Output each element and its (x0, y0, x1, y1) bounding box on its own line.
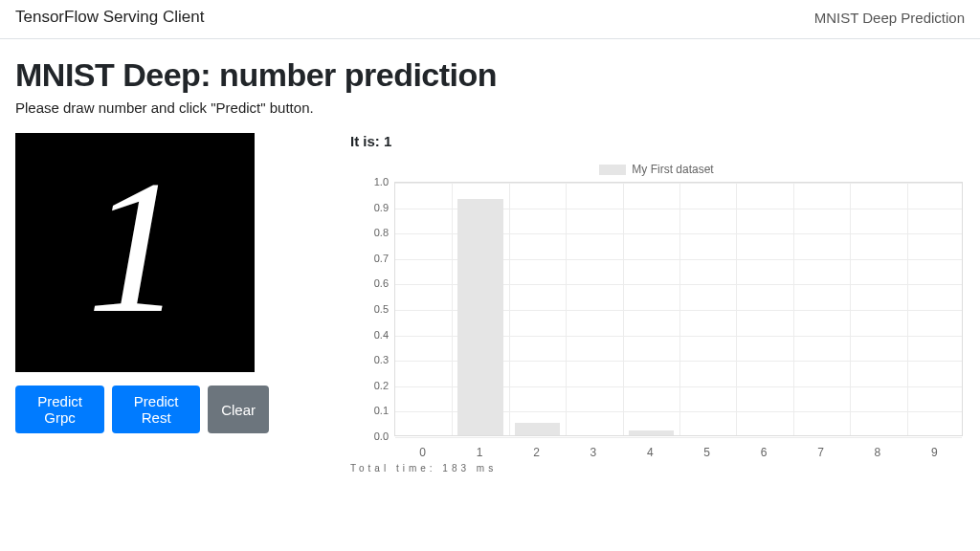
chart-gridline-v (736, 183, 737, 435)
drawn-digit-glyph: 1 (87, 151, 183, 342)
chart-gridline-v (452, 183, 453, 435)
chart-gridline-v (793, 183, 794, 435)
predict-grpc-button[interactable]: Predict Grpc (15, 386, 104, 433)
chart-ytick: 0.3 (350, 354, 389, 365)
chart-xtick: 0 (413, 446, 433, 459)
chart-gridline-h (395, 437, 962, 438)
chart-xtick: 7 (812, 446, 831, 459)
chart-gridline-v (679, 183, 680, 435)
chart-ytick: 0.4 (350, 329, 389, 341)
chart-xtick: 5 (698, 446, 717, 459)
chart-legend: My First dataset (350, 163, 963, 176)
chart-xtick: 1 (470, 446, 489, 459)
chart-ytick: 0.1 (350, 405, 389, 416)
result-prefix: It is: (350, 133, 384, 149)
navbar-brand[interactable]: TensorFlow Serving Client (15, 8, 204, 27)
chart-ytick: 0.6 (350, 277, 389, 289)
content-row: 1 Predict Grpc Predict Rest Clear It is:… (15, 133, 965, 474)
navbar: TensorFlow Serving Client MNIST Deep Pre… (0, 0, 980, 39)
chart-bar (457, 199, 503, 435)
result-label: It is: 1 (350, 133, 965, 149)
clear-button[interactable]: Clear (208, 386, 269, 433)
result-value: 1 (384, 133, 391, 149)
chart-gridline-v (907, 183, 908, 435)
page-title: MNIST Deep: number prediction (15, 56, 965, 94)
chart-ytick: 0.7 (350, 253, 389, 264)
chart-gridline-h (395, 183, 962, 184)
chart-gridline-v (623, 183, 624, 435)
button-row: Predict Grpc Predict Rest Clear (15, 386, 269, 433)
chart-grid (394, 182, 963, 436)
page-subtitle: Please draw number and click "Predict" b… (15, 99, 965, 116)
chart-gridline-v (566, 183, 567, 435)
chart-xtick: 9 (924, 446, 944, 459)
result-column: It is: 1 My First dataset 0.00.10.20.30.… (350, 133, 965, 474)
chart-bar (629, 430, 675, 435)
timing-text: Total time: 183 ms (350, 463, 963, 474)
legend-swatch-icon (599, 165, 626, 175)
chart-xtick: 8 (868, 446, 887, 459)
chart-ytick: 0.9 (350, 202, 389, 213)
predict-rest-button[interactable]: Predict Rest (112, 386, 200, 433)
legend-label: My First dataset (632, 163, 713, 176)
chart-bar (515, 423, 561, 435)
chart-ytick: 0.0 (350, 430, 389, 442)
chart-ytick: 0.2 (350, 380, 389, 391)
chart-area: My First dataset 0.00.10.20.30.40.50.60.… (350, 163, 963, 474)
drawing-canvas[interactable]: 1 (15, 133, 255, 372)
navbar-page-link[interactable]: MNIST Deep Prediction (814, 10, 965, 26)
main-container: MNIST Deep: number prediction Please dra… (0, 39, 980, 474)
chart-xtick: 4 (640, 446, 659, 459)
chart-ytick: 1.0 (350, 176, 389, 187)
draw-column: 1 Predict Grpc Predict Rest Clear (15, 133, 269, 433)
chart-xtick: 2 (527, 446, 546, 459)
chart-gridline-v (850, 183, 851, 435)
chart-ytick: 0.5 (350, 303, 389, 315)
chart-ytick: 0.8 (350, 227, 389, 238)
chart-xtick: 6 (754, 446, 773, 459)
chart-xtick: 3 (584, 446, 603, 459)
chart-gridline-v (509, 183, 510, 435)
chart-plot: 0.00.10.20.30.40.50.60.70.80.91.00123456… (350, 182, 963, 459)
